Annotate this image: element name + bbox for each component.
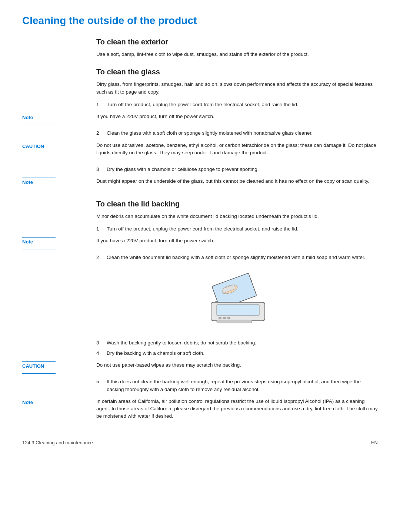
svg-rect-7 bbox=[223, 317, 226, 319]
note-label: Note bbox=[22, 115, 89, 120]
note-label: Note bbox=[22, 400, 89, 405]
content-area: To clean the exteriorUse a soft, damp, l… bbox=[96, 38, 378, 425]
list-item-lid-1: 1Turn off the product, unplug the power … bbox=[96, 225, 378, 233]
section-body-exterior: Use a soft, damp, lint-free cloth to wip… bbox=[96, 51, 378, 58]
list-item-lid-4: 4Dry the backing with a chamois or soft … bbox=[96, 350, 378, 357]
list-item-text: If this does not clean the backing well … bbox=[107, 378, 378, 393]
list-item-num: 3 bbox=[96, 339, 107, 347]
footer-right: EN bbox=[371, 440, 378, 445]
list-item-lid-2: 2Clean the white document lid backing wi… bbox=[96, 254, 378, 261]
caution-label-col: CAUTION bbox=[22, 140, 96, 157]
note-text: If you have a 220V product, turn off the… bbox=[96, 111, 378, 120]
caution-text: Do not use abrasives, acetone, benzene, … bbox=[96, 140, 378, 157]
list-item-text: Turn off the product, unplug the power c… bbox=[107, 225, 299, 233]
section-glass: To clean the glassDirty glass, from fing… bbox=[96, 68, 378, 190]
note-text: Dust might appear on the underside of th… bbox=[96, 176, 378, 185]
caution-text: Do not use paper-based wipes as these ma… bbox=[96, 360, 378, 369]
list-item-num: 2 bbox=[96, 254, 107, 261]
list-item-text: Clean the glass with a soft cloth or spo… bbox=[107, 129, 313, 137]
caution-label: CAUTION bbox=[22, 144, 89, 149]
note-label-col: Note bbox=[22, 111, 96, 120]
list-item-num: 2 bbox=[96, 129, 107, 137]
note-label: Note bbox=[22, 239, 89, 245]
list-item-num: 1 bbox=[96, 225, 107, 233]
section-body-lid: Minor debris can accumulate on the white… bbox=[96, 213, 378, 220]
svg-rect-9 bbox=[217, 320, 252, 323]
list-item-text: Turn off the product, unplug the power c… bbox=[107, 101, 299, 108]
svg-rect-6 bbox=[219, 317, 221, 319]
list-item-glass-2: 2Clean the glass with a soft cloth or sp… bbox=[96, 129, 378, 137]
note-row-lid-8: NoteIn certain areas of California, air … bbox=[22, 396, 378, 420]
note-text: If you have a 220V product, turn off the… bbox=[96, 236, 378, 245]
list-item-text: Dry the backing with a chamois or soft c… bbox=[107, 350, 204, 357]
note-label: Note bbox=[22, 179, 89, 185]
caution-row-glass-3: CAUTIONDo not use abrasives, acetone, be… bbox=[22, 140, 378, 157]
section-lid: To clean the lid backingMinor debris can… bbox=[96, 200, 378, 425]
list-item-text: Dry the glass with a chamois or cellulos… bbox=[107, 166, 259, 173]
note-label-col: Note bbox=[22, 236, 96, 245]
list-item-text: Clean the white document lid backing wit… bbox=[107, 254, 366, 261]
svg-rect-5 bbox=[217, 304, 259, 316]
svg-rect-8 bbox=[227, 317, 230, 319]
printer-svg bbox=[196, 269, 278, 332]
note-label-col: Note bbox=[22, 176, 96, 185]
caution-row-lid-6: CAUTIONDo not use paper-based wipes as t… bbox=[22, 360, 378, 369]
printer-illustration bbox=[96, 269, 378, 332]
list-item-num: 5 bbox=[96, 378, 107, 393]
page-footer: 124 9 Cleaning and maintenance EN bbox=[22, 440, 378, 445]
list-item-lid-3: 3Wash the backing gently to loosen debri… bbox=[96, 339, 378, 347]
footer-left: 124 9 Cleaning and maintenance bbox=[22, 440, 93, 445]
note-label-col: Note bbox=[22, 396, 96, 420]
section-exterior: To clean the exteriorUse a soft, damp, l… bbox=[96, 38, 378, 58]
list-item-glass-1: 1Turn off the product, unplug the power … bbox=[96, 101, 378, 108]
caution-label-col: CAUTION bbox=[22, 360, 96, 369]
note-row-lid-1: NoteIf you have a 220V product, turn off… bbox=[22, 236, 378, 245]
list-item-num: 1 bbox=[96, 101, 107, 108]
section-title-exterior: To clean the exterior bbox=[96, 38, 378, 46]
section-title-glass: To clean the glass bbox=[96, 68, 378, 76]
list-item-text: Wash the backing gently to loosen debris… bbox=[107, 339, 256, 347]
page-title: Cleaning the outside of the product bbox=[22, 15, 378, 27]
note-row-glass-5: NoteDust might appear on the underside o… bbox=[22, 176, 378, 185]
section-title-lid: To clean the lid backing bbox=[96, 200, 378, 208]
list-item-num: 3 bbox=[96, 166, 107, 173]
section-body-glass: Dirty glass, from fingerprints, smudges,… bbox=[96, 81, 378, 96]
caution-label: CAUTION bbox=[22, 363, 89, 369]
note-row-glass-1: NoteIf you have a 220V product, turn off… bbox=[22, 111, 378, 120]
list-item-num: 4 bbox=[96, 350, 107, 357]
list-item-glass-3: 3Dry the glass with a chamois or cellulo… bbox=[96, 166, 378, 173]
list-item-lid-5: 5If this does not clean the backing well… bbox=[96, 378, 378, 393]
note-text: In certain areas of California, air poll… bbox=[96, 396, 378, 420]
